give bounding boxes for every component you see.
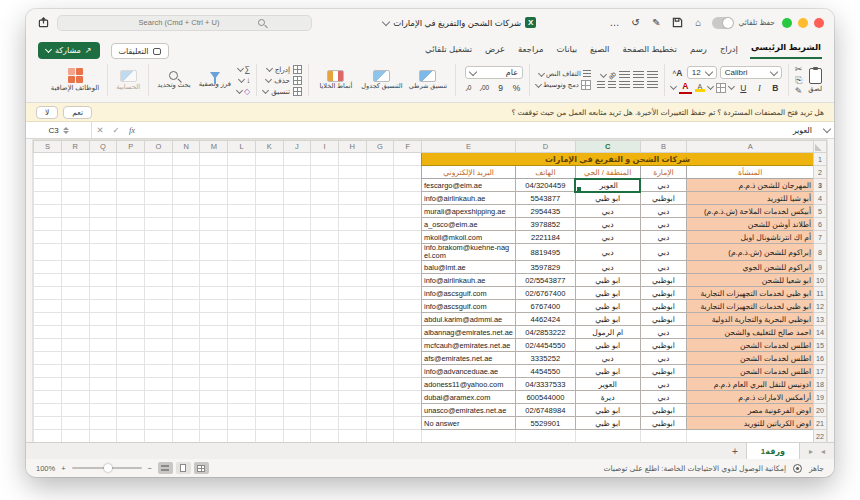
cell[interactable] [311, 365, 339, 378]
view-normal-button[interactable] [158, 462, 173, 474]
cell[interactable] [394, 430, 422, 442]
cell[interactable] [200, 430, 228, 442]
cell[interactable]: 600544000 [516, 391, 576, 404]
cell[interactable] [311, 326, 339, 339]
cell[interactable] [172, 430, 200, 442]
cell[interactable]: العوير [575, 378, 640, 391]
cell[interactable] [89, 326, 117, 339]
cell[interactable] [366, 404, 394, 417]
cell[interactable] [145, 192, 173, 205]
cell[interactable]: ابو ظبي [575, 300, 640, 313]
cell[interactable] [89, 391, 117, 404]
cell[interactable] [283, 218, 311, 231]
cell[interactable]: info@ascsgulf.com [422, 300, 516, 313]
cell[interactable] [61, 365, 89, 378]
cell[interactable]: 2221184 [516, 231, 576, 244]
cell[interactable]: 3597829 [516, 261, 576, 274]
cell[interactable] [283, 261, 311, 274]
cell[interactable] [228, 417, 256, 430]
align-left-icon[interactable] [619, 81, 630, 89]
cell[interactable] [283, 205, 311, 218]
formula-bar-expand-icon[interactable] [820, 128, 834, 132]
cell[interactable]: 2954435 [516, 205, 576, 218]
column-header-S[interactable]: S [34, 141, 62, 153]
recover-no-button[interactable]: لا [36, 106, 58, 119]
column-header-K[interactable]: K [255, 141, 283, 153]
selected-cell[interactable]: العوير [575, 179, 640, 192]
cell[interactable] [366, 231, 394, 244]
cell[interactable] [172, 352, 200, 365]
close-button[interactable] [814, 18, 824, 28]
add-sheet-button[interactable]: + [724, 443, 746, 459]
cell[interactable] [394, 417, 422, 430]
cell[interactable] [61, 205, 89, 218]
insert-cells-button[interactable]: إدراج [263, 65, 302, 74]
cell[interactable] [228, 231, 256, 244]
cell[interactable] [311, 205, 339, 218]
cell[interactable] [61, 274, 89, 287]
cell[interactable] [255, 261, 283, 274]
cell[interactable] [283, 313, 311, 326]
cell[interactable]: دبي [575, 205, 640, 218]
cell[interactable] [366, 365, 394, 378]
cell[interactable] [687, 430, 814, 442]
cell[interactable]: دبي [575, 231, 640, 244]
cell[interactable] [255, 365, 283, 378]
cell[interactable] [255, 300, 283, 313]
next-sheet-arrow[interactable]: ▸ [809, 447, 813, 456]
cell[interactable] [145, 365, 173, 378]
autosave-control[interactable]: حفظ تلقائي [712, 17, 775, 29]
cell[interactable] [89, 192, 117, 205]
cell[interactable] [338, 274, 366, 287]
cell[interactable] [338, 166, 366, 179]
column-header-B[interactable]: B [640, 141, 687, 153]
cell[interactable] [228, 244, 256, 261]
ribbon-tab-6[interactable]: مراجعة [517, 42, 545, 59]
cell[interactable] [338, 287, 366, 300]
cell[interactable] [61, 231, 89, 244]
cell[interactable] [61, 430, 89, 442]
cell[interactable] [117, 430, 145, 442]
align-top-icon[interactable] [647, 71, 658, 79]
cell[interactable] [283, 274, 311, 287]
cell[interactable] [200, 166, 228, 179]
cell[interactable] [172, 287, 200, 300]
select-all-corner[interactable] [814, 141, 827, 153]
cell[interactable] [200, 404, 228, 417]
column-header-I[interactable]: I [311, 141, 339, 153]
cell[interactable] [34, 430, 62, 442]
cell[interactable] [366, 326, 394, 339]
cell[interactable] [200, 313, 228, 326]
cell[interactable] [283, 404, 311, 417]
row-header-8[interactable]: 8 [814, 244, 827, 261]
row-header-11[interactable]: 11 [814, 287, 827, 300]
prev-sheet-arrow[interactable]: ◂ [821, 447, 825, 456]
zoom-window-button[interactable] [782, 18, 792, 28]
cell[interactable] [338, 313, 366, 326]
cell[interactable] [366, 274, 394, 287]
cell[interactable] [283, 339, 311, 352]
column-header-H[interactable]: H [338, 141, 366, 153]
cell[interactable]: ابو ظبي [575, 339, 640, 352]
cell[interactable] [89, 300, 117, 313]
cell[interactable]: adoness11@yahoo.com [422, 378, 516, 391]
cell[interactable] [200, 274, 228, 287]
cell[interactable] [34, 378, 62, 391]
cell[interactable] [366, 166, 394, 179]
cell[interactable] [338, 192, 366, 205]
cell[interactable]: ابو ظبي لخدمات التجهيزات التجارية [687, 300, 814, 313]
cell[interactable] [172, 339, 200, 352]
cell[interactable]: unasco@emirates.net.ae [422, 404, 516, 417]
share-workbook-icon[interactable] [36, 16, 50, 30]
cell[interactable]: info@advanceduae.ae [422, 365, 516, 378]
cell[interactable]: ام الرمول [575, 326, 640, 339]
fill-button[interactable]: ↓ [237, 76, 250, 85]
autosum-button[interactable]: ∑ [237, 65, 250, 74]
ribbon-tab-2[interactable]: رسم [689, 42, 708, 59]
cell[interactable] [255, 417, 283, 430]
cell[interactable]: ابو ظبي [575, 313, 640, 326]
column-header-R[interactable]: R [61, 141, 89, 153]
find-select-button[interactable]: بحث وتحديد [155, 71, 192, 88]
cell[interactable] [200, 179, 228, 192]
cell[interactable]: اطلس لخدمات الشحن [687, 365, 814, 378]
